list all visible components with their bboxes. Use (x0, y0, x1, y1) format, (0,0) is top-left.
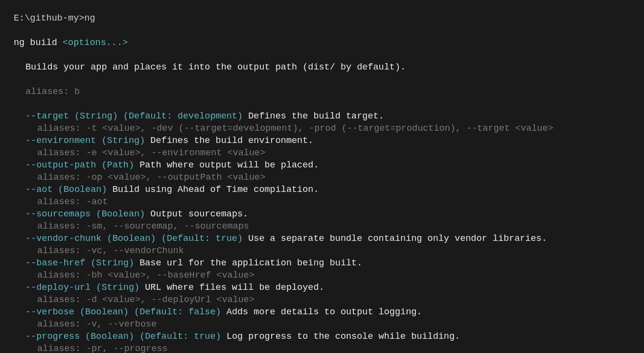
usage-options: <options...> (63, 38, 128, 48)
option-description: Build using Ahead of Time compilation. (107, 185, 319, 195)
option-aliases: aliases: -aot (14, 196, 644, 208)
command-entered: ng (84, 13, 95, 24)
option-aliases: aliases: -e <value>, --environment <valu… (14, 147, 644, 159)
option-flag: --environment (String) (25, 136, 145, 146)
option-description: Output sourcemaps. (145, 209, 248, 219)
option-line: --deploy-url (String) URL where files wi… (14, 282, 644, 294)
option-description: Defines the build environment. (145, 136, 313, 146)
option-line: --environment (String) Defines the build… (14, 135, 644, 147)
option-aliases: aliases: -v, --verbose (14, 318, 644, 330)
option-aliases: aliases: -bh <value>, --baseHref <value> (14, 269, 644, 282)
option-flag: --target (String) (Default: development) (25, 111, 243, 121)
option-flag: --progress (Boolean) (Default: true) (25, 331, 221, 342)
option-flag: --deploy-url (String) (25, 282, 139, 293)
option-flag: --aot (Boolean) (25, 185, 107, 195)
option-description: Log progress to the console while buildi… (221, 331, 460, 342)
option-line: --aot (Boolean) Build using Ahead of Tim… (14, 184, 644, 196)
option-flag: --verbose (Boolean) (Default: false) (25, 307, 221, 317)
option-description: Use a separate bundle containing only ve… (243, 234, 547, 244)
option-line: --sourcemaps (Boolean) Output sourcemaps… (14, 208, 644, 220)
prompt-path: E:\github-my> (14, 13, 84, 24)
option-line: --verbose (Boolean) (Default: false) Add… (14, 306, 644, 318)
option-line: --base-href (String) Base url for the ap… (14, 257, 644, 269)
option-line: --vendor-chunk (Boolean) (Default: true)… (14, 233, 644, 245)
option-flag: --base-href (String) (25, 258, 134, 268)
terminal-output: E:\github-my>ng ng build <options...> Bu… (0, 0, 644, 353)
option-line: --progress (Boolean) (Default: true) Log… (14, 330, 644, 343)
option-aliases: aliases: -d <value>, --deployUrl <value> (14, 294, 644, 306)
option-description: Path where output will be placed. (134, 160, 319, 170)
option-flag: --sourcemaps (Boolean) (25, 209, 145, 219)
option-line: --target (String) (Default: development)… (14, 110, 644, 122)
option-description: Adds more details to output logging. (221, 307, 422, 317)
top-aliases: aliases: b (14, 86, 644, 98)
option-aliases: aliases: -op <value>, --outputPath <valu… (14, 171, 644, 184)
usage-cmd: ng build (14, 38, 63, 48)
option-description: Defines the build target. (243, 111, 384, 121)
option-description: Base url for the application being built… (134, 258, 362, 268)
option-line: --output-path (Path) Path where output w… (14, 159, 644, 171)
option-aliases: aliases: -vc, --vendorChunk (14, 245, 644, 257)
usage-line: ng build <options...> (14, 37, 644, 49)
options-list: --target (String) (Default: development)… (14, 110, 644, 353)
prompt-line: E:\github-my>ng (14, 12, 644, 24)
option-aliases: aliases: -t <value>, -dev (--target=deve… (14, 122, 644, 135)
command-description: Builds your app and places it into the o… (14, 61, 644, 73)
option-flag: --vendor-chunk (Boolean) (Default: true) (25, 234, 243, 244)
option-description: URL where files will be deployed. (139, 282, 324, 293)
option-aliases: aliases: -pr, --progress (14, 343, 644, 353)
option-aliases: aliases: -sm, --sourcemap, --sourcemaps (14, 220, 644, 233)
option-flag: --output-path (Path) (25, 160, 134, 170)
